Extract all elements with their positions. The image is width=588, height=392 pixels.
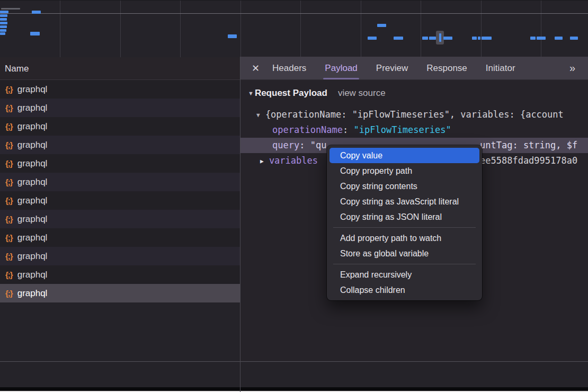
menu-item-copy-string-as-json-literal[interactable]: Copy string as JSON literal (327, 209, 482, 225)
request-name-label: graphql (17, 140, 48, 150)
property-key: operationName (272, 124, 343, 135)
menu-item-copy-string-contents[interactable]: Copy string contents (327, 179, 482, 194)
json-braces-icon: {;} (5, 177, 13, 186)
menu-item-copy-string-as-javascript-literal[interactable]: Copy string as JavaScript literal (327, 194, 482, 209)
request-name-label: graphql (17, 288, 48, 299)
request-list: {;}graphql{;}graphql{;}graphql{;}graphql… (0, 80, 240, 302)
waterfall-bar[interactable] (368, 37, 377, 40)
menu-item-collapse-children[interactable]: Collapse children (327, 282, 482, 298)
request-name-label: graphql (17, 84, 48, 95)
payload-root-row[interactable]: ▼ {operationName: "ipFlowTimeseries", va… (240, 107, 588, 122)
json-braces-icon: {;} (5, 159, 13, 168)
request-name-label: graphql (17, 158, 48, 169)
expander-icon[interactable]: ▶ (260, 154, 264, 168)
tab-headers[interactable]: Headers (272, 57, 306, 80)
property-value-left: "qu (310, 140, 327, 150)
overview-gridline (361, 1, 361, 57)
payload-property-row[interactable]: operationName: "ipFlowTimeseries" (240, 122, 588, 138)
property-value-right: ee5588fdad995178a0 (480, 153, 577, 168)
section-collapse-icon[interactable]: ▼ (248, 90, 254, 96)
waterfall-bar[interactable] (570, 37, 578, 40)
network-overview-strip[interactable] (0, 0, 588, 58)
waterfall-bar[interactable] (472, 37, 477, 40)
menu-item-add-property-path-to-watch[interactable]: Add property path to watch (327, 230, 482, 246)
request-name-label: graphql (17, 177, 48, 188)
expander-icon[interactable]: ▼ (256, 108, 260, 122)
waterfall-bar[interactable] (482, 37, 492, 40)
property-key: query (272, 140, 299, 150)
tab-initiator[interactable]: Initiator (486, 57, 515, 80)
request-name-label: graphql (17, 270, 48, 280)
request-row[interactable]: {;}graphql (0, 99, 240, 117)
panel-divider[interactable] (240, 57, 240, 392)
menu-item-copy-value[interactable]: Copy value (329, 148, 479, 163)
tab-response[interactable]: Response (426, 57, 467, 80)
waterfall-bar[interactable] (555, 37, 563, 40)
waterfall-bar[interactable] (530, 37, 536, 40)
overview-gridline (481, 1, 482, 57)
detail-tabbar: ✕ HeadersPayloadPreviewResponseInitiator… (240, 57, 588, 80)
tab-payload[interactable]: Payload (325, 57, 357, 80)
waterfall-bar[interactable] (377, 24, 386, 27)
devtools-network-panel: Name {;}graphql{;}graphql{;}graphql{;}gr… (0, 0, 588, 392)
waterfall-bar[interactable] (0, 14, 7, 17)
name-column-header[interactable]: Name (0, 57, 240, 80)
context-menu: Copy valueCopy property pathCopy string … (327, 145, 482, 300)
request-row[interactable]: {;}graphql (0, 265, 240, 284)
waterfall-bar[interactable] (30, 32, 40, 35)
overview-gridline (300, 1, 301, 57)
waterfall-bar[interactable] (422, 37, 428, 40)
request-name-label: graphql (17, 251, 48, 262)
overview-gridline (421, 1, 421, 57)
property-value-string: "ipFlowTimeseries" (354, 124, 451, 135)
request-row[interactable]: {;}graphql (0, 173, 240, 191)
waterfall-bar[interactable] (429, 37, 436, 40)
section-title: Request Payload (255, 88, 327, 99)
waterfall-bar[interactable] (0, 18, 7, 21)
window-bottom-edge (0, 387, 588, 391)
request-row[interactable]: {;}graphql (0, 284, 240, 302)
request-row[interactable]: {;}graphql (0, 117, 240, 136)
waterfall-bar[interactable] (0, 11, 8, 13)
waterfall-bar[interactable] (443, 37, 452, 40)
request-row[interactable]: {;}graphql (0, 191, 240, 210)
json-braces-icon: {;} (5, 233, 13, 242)
json-braces-icon: {;} (5, 122, 13, 131)
menu-item-copy-property-path[interactable]: Copy property path (327, 163, 482, 179)
waterfall-bar[interactable] (0, 25, 7, 28)
menu-item-store-as-global-variable[interactable]: Store as global variable (327, 246, 482, 261)
waterfall-bar[interactable] (0, 29, 6, 32)
waterfall-bar[interactable] (0, 22, 7, 24)
menu-divider (333, 227, 476, 228)
waterfall-bar[interactable] (439, 33, 441, 42)
object-preview-text: {operationName: "ipFlowTimeseries", vari… (265, 109, 564, 120)
request-row[interactable]: {;}graphql (0, 228, 240, 247)
request-row[interactable]: {;}graphql (0, 210, 240, 228)
json-braces-icon: {;} (5, 270, 13, 279)
request-name-label: graphql (17, 103, 48, 113)
request-name-label: graphql (17, 195, 48, 206)
more-tabs-icon[interactable]: » (569, 62, 575, 74)
waterfall-bar[interactable] (228, 34, 237, 38)
overview-gridline (60, 1, 60, 57)
overview-gridline (180, 1, 181, 57)
request-row[interactable]: {;}graphql (0, 136, 240, 154)
waterfall-bar[interactable] (0, 32, 5, 35)
json-braces-icon: {;} (5, 140, 13, 149)
request-row[interactable]: {;}graphql (0, 80, 240, 99)
overview-gridline (120, 1, 121, 57)
waterfall-bar[interactable] (478, 37, 480, 40)
waterfall-bar[interactable] (32, 11, 41, 14)
colon: : (299, 140, 305, 150)
menu-item-expand-recursively[interactable]: Expand recursively (327, 267, 482, 282)
request-name-label: graphql (17, 121, 48, 132)
request-row[interactable]: {;}graphql (0, 154, 240, 173)
request-row[interactable]: {;}graphql (0, 247, 240, 265)
waterfall-bar[interactable] (537, 37, 546, 40)
waterfall-bar[interactable] (1, 8, 20, 10)
json-braces-icon: {;} (5, 85, 13, 94)
tab-preview[interactable]: Preview (376, 57, 408, 80)
waterfall-bar[interactable] (394, 37, 403, 40)
close-icon[interactable]: ✕ (252, 63, 260, 74)
view-source-link[interactable]: view source (338, 88, 386, 99)
